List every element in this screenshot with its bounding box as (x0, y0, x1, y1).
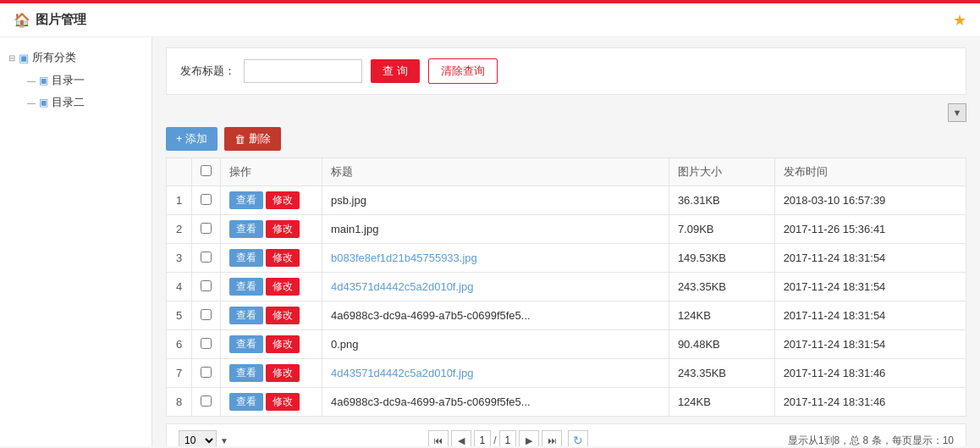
folder-icon-2: ▣ (39, 97, 48, 108)
table-row: 8查看修改4a6988c3-dc9a-4699-a7b5-c0699f5fe5.… (167, 388, 966, 417)
title-link[interactable]: 4d43571d4442c5a2d010f.jpg (331, 280, 473, 293)
view-button[interactable]: 查看 (229, 393, 263, 411)
table-row: 4查看修改4d43571d4442c5a2d010f.jpg243.35KB20… (167, 273, 966, 301)
view-button[interactable]: 查看 (229, 335, 263, 353)
sidebar-item-label-2: 目录二 (52, 95, 85, 110)
cell-op: 查看修改 (221, 215, 322, 244)
pager-first[interactable]: ⏮ (428, 430, 449, 446)
th-num (167, 158, 192, 186)
select-all-checkbox[interactable] (201, 165, 212, 176)
edit-button[interactable]: 修改 (266, 278, 300, 296)
sidebar-root-item[interactable]: ⊟ ▣ 所有分类 (0, 46, 151, 69)
cell-time: 2017-11-24 18:31:46 (774, 359, 966, 388)
sidebar: ⊟ ▣ 所有分类 — ▣ 目录一 — ▣ 目录二 (0, 37, 152, 446)
trash-icon: 🗑 (234, 133, 245, 146)
pager-next[interactable]: ▶ (519, 430, 539, 446)
cell-num: 5 (167, 301, 192, 330)
cell-size: 243.35KB (669, 359, 774, 388)
row-checkbox[interactable] (201, 338, 212, 349)
edit-button[interactable]: 修改 (266, 249, 300, 267)
edit-button[interactable]: 修改 (266, 191, 300, 209)
cell-size: 243.35KB (669, 273, 774, 301)
view-button[interactable]: 查看 (229, 249, 263, 267)
cell-op: 查看修改 (221, 186, 322, 215)
cell-size: 36.31KB (669, 186, 774, 215)
pager-last[interactable]: ⏭ (542, 430, 562, 446)
pager-down-icon[interactable]: ▼ (948, 103, 966, 122)
cell-check (192, 359, 221, 388)
refresh-button[interactable]: ↻ (568, 430, 588, 446)
cell-op: 查看修改 (221, 244, 322, 273)
title-link[interactable]: 4d43571d4442c5a2d010f.jpg (331, 367, 473, 379)
page-size-area: 10 20 50 ▼ (179, 430, 228, 446)
row-checkbox[interactable] (201, 223, 212, 234)
cell-title: psb.jpg (322, 186, 669, 215)
pager: ⏮ ◀ 1 / 1 ▶ ⏭ ↻ (428, 430, 589, 446)
row-checkbox[interactable] (201, 309, 212, 320)
th-op: 操作 (221, 158, 322, 186)
clear-button[interactable]: 清除查询 (428, 58, 498, 84)
cell-num: 2 (167, 215, 192, 244)
row-checkbox[interactable] (201, 395, 212, 407)
search-input[interactable] (244, 59, 362, 83)
cell-num: 6 (167, 330, 192, 359)
th-check (192, 158, 221, 186)
pager-prev[interactable]: ◀ (451, 430, 471, 446)
delete-button[interactable]: 🗑 删除 (224, 127, 281, 151)
view-button[interactable]: 查看 (229, 364, 263, 382)
view-button[interactable]: 查看 (229, 307, 263, 324)
cell-op: 查看修改 (221, 301, 322, 330)
th-title: 标题 (322, 158, 669, 186)
table-row: 3查看修改b083fe8ef1d21b45755933.jpg149.53KB2… (167, 244, 966, 273)
row-checkbox[interactable] (201, 367, 212, 378)
pager-small: ▼ (948, 103, 966, 122)
cell-num: 8 (167, 388, 192, 417)
folder-icon-1: ▣ (39, 75, 48, 86)
edit-button[interactable]: 修改 (266, 307, 300, 324)
main-layout: ⊟ ▣ 所有分类 — ▣ 目录一 — ▣ 目录二 发布标题： 查 询 清除查询 (0, 37, 980, 446)
view-button[interactable]: 查看 (229, 220, 263, 238)
edit-button[interactable]: 修改 (266, 364, 300, 382)
data-table: 操作 标题 图片大小 发布时间 1查看修改psb.jpg36.31KB2018-… (166, 158, 966, 417)
home-icon: 🏠 (14, 12, 30, 28)
add-button[interactable]: + 添加 (166, 127, 217, 151)
cell-title[interactable]: 4d43571d4442c5a2d010f.jpg (322, 273, 669, 301)
table-body: 1查看修改psb.jpg36.31KB2018-03-10 16:57:392查… (167, 186, 966, 417)
sidebar-item-dir2[interactable]: — ▣ 目录二 (19, 91, 151, 113)
query-button[interactable]: 查 询 (371, 59, 420, 83)
toolbar: + 添加 🗑 删除 (166, 127, 966, 151)
cell-time: 2017-11-24 18:31:54 (774, 273, 966, 301)
sidebar-item-label-1: 目录一 (52, 73, 85, 88)
cell-check (192, 330, 221, 359)
row-checkbox[interactable] (201, 194, 212, 205)
edit-button[interactable]: 修改 (266, 393, 300, 411)
page-title: 图片管理 (36, 12, 86, 28)
expand-icon: ⊟ (8, 53, 15, 63)
pager-total-pages: 1 (499, 430, 517, 446)
table-row: 2查看修改main1.jpg7.09KB2017-11-26 15:36:41 (167, 215, 966, 244)
cell-num: 1 (167, 186, 192, 215)
cell-num: 4 (167, 273, 192, 301)
page-size-select[interactable]: 10 20 50 (179, 430, 217, 446)
edit-button[interactable]: 修改 (266, 220, 300, 238)
table-header-row: 操作 标题 图片大小 发布时间 (167, 158, 966, 186)
pagination-top: ▼ (166, 103, 966, 122)
view-button[interactable]: 查看 (229, 278, 263, 296)
table-row: 1查看修改psb.jpg36.31KB2018-03-10 16:57:39 (167, 186, 966, 215)
sidebar-item-dir1[interactable]: — ▣ 目录一 (19, 69, 151, 91)
title-link[interactable]: b083fe8ef1d21b45755933.jpg (331, 252, 477, 264)
pager-sep: / (493, 434, 496, 446)
cell-num: 3 (167, 244, 192, 273)
cell-title[interactable]: 4d43571d4442c5a2d010f.jpg (322, 359, 669, 388)
sidebar-children: — ▣ 目录一 — ▣ 目录二 (0, 69, 151, 113)
view-button[interactable]: 查看 (229, 191, 263, 209)
cell-title[interactable]: b083fe8ef1d21b45755933.jpg (322, 244, 669, 273)
row-checkbox[interactable] (201, 280, 212, 291)
cell-time: 2017-11-24 18:31:54 (774, 244, 966, 273)
row-checkbox[interactable] (201, 252, 212, 263)
cell-time: 2017-11-24 18:31:54 (774, 301, 966, 330)
th-size: 图片大小 (669, 158, 774, 186)
delete-label: 删除 (249, 131, 271, 147)
edit-button[interactable]: 修改 (266, 335, 300, 353)
cell-time: 2017-11-24 18:31:46 (774, 388, 966, 417)
